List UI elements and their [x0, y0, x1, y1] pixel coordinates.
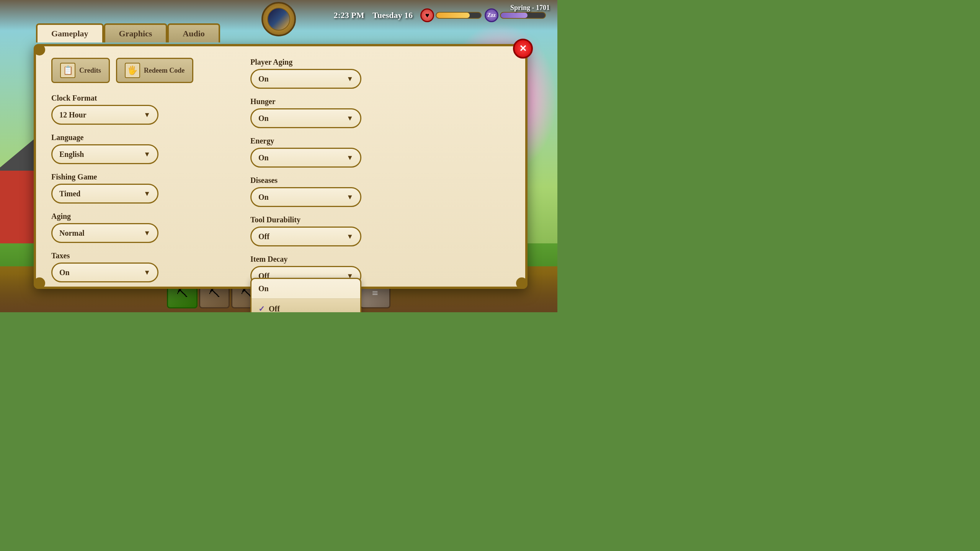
tool-durability-label: Tool Durability — [250, 215, 510, 224]
item-decay-off-label: Off — [269, 305, 280, 313]
item-decay-option-off[interactable]: ✓ Off — [252, 299, 360, 312]
hunger-label: Hunger — [250, 97, 510, 106]
player-aging-dropdown[interactable]: On ▼ — [250, 69, 361, 89]
clock-format-row: Clock Format 12 Hour ▼ — [51, 94, 235, 125]
fishing-game-dropdown[interactable]: Timed ▼ — [51, 184, 158, 204]
energy-label: Energy — [250, 137, 510, 145]
item-decay-popup: On ✓ Off — [250, 278, 361, 312]
tab-audio[interactable]: Audio — [167, 23, 220, 42]
player-aging-arrow: ▼ — [346, 75, 353, 83]
clock-format-arrow: ▼ — [144, 111, 150, 119]
energy-arrow: ▼ — [346, 154, 353, 162]
energy-value: On — [258, 153, 269, 162]
credits-label: Credits — [79, 67, 101, 75]
aging-value: Normal — [59, 229, 85, 238]
language-arrow: ▼ — [144, 150, 150, 158]
player-aging-value: On — [258, 75, 269, 83]
hunger-row: Hunger On ▼ — [250, 97, 510, 128]
hud-clock-face — [267, 8, 290, 31]
hud-time: 2:23 PM Tuesday 16 — [333, 10, 413, 20]
health-fill — [436, 13, 470, 18]
hunger-value: On — [258, 114, 269, 123]
energy-row: Energy On ▼ — [250, 137, 510, 168]
tool-durability-row: Tool Durability Off ▼ — [250, 215, 510, 246]
checkmark-icon: ✓ — [258, 304, 265, 312]
item-decay-label: Item Decay — [250, 255, 510, 264]
redeem-label: Redeem Code — [144, 67, 185, 75]
hud-season: Spring - 1701 — [510, 4, 550, 12]
hud-clock — [261, 2, 296, 36]
tool-durability-arrow: ▼ — [346, 233, 353, 241]
language-label: Language — [51, 133, 235, 142]
taxes-label: Taxes — [51, 251, 235, 260]
aging-label: Aging — [51, 212, 235, 221]
credits-button[interactable]: 📋 Credits — [51, 58, 110, 83]
health-bar-group: ♥ — [420, 8, 482, 22]
tool-durability-dropdown[interactable]: Off ▼ — [250, 227, 361, 246]
clock-format-label: Clock Format — [51, 94, 235, 103]
settings-content: 📋 Credits 🖐 Redeem Code Clock Format 12 … — [51, 58, 510, 275]
sleep-fill — [501, 13, 528, 18]
item-decay-on-label: On — [258, 284, 269, 293]
aging-dropdown[interactable]: Normal ▼ — [51, 223, 158, 243]
credits-icon: 📋 — [60, 63, 75, 78]
aging-arrow: ▼ — [144, 229, 150, 237]
close-button[interactable]: ✕ — [513, 39, 533, 59]
item-decay-row: Item Decay Off ▼ On ✓ Off — [250, 255, 510, 286]
heart-icon: ♥ — [420, 8, 434, 22]
tool-durability-value: Off — [258, 232, 270, 241]
language-value: English — [59, 150, 84, 159]
taxes-dropdown[interactable]: On ▼ — [51, 262, 158, 282]
settings-right: Player Aging On ▼ Hunger On ▼ Energy On — [250, 58, 510, 275]
fishing-game-arrow: ▼ — [144, 190, 150, 198]
redeem-icon: 🖐 — [125, 63, 140, 78]
energy-dropdown[interactable]: On ▼ — [250, 148, 361, 168]
diseases-value: On — [258, 193, 269, 202]
settings-left: 📋 Credits 🖐 Redeem Code Clock Format 12 … — [51, 58, 235, 275]
hunger-dropdown[interactable]: On ▼ — [250, 108, 361, 128]
diseases-dropdown[interactable]: On ▼ — [250, 187, 361, 207]
health-bar — [436, 12, 482, 19]
action-row: 📋 Credits 🖐 Redeem Code — [51, 58, 235, 83]
diseases-row: Diseases On ▼ — [250, 176, 510, 207]
hunger-arrow: ▼ — [346, 114, 353, 122]
fishing-game-label: Fishing Game — [51, 173, 235, 181]
sleep-icon: Zzz — [485, 8, 498, 22]
fishing-game-value: Timed — [59, 189, 80, 198]
tab-gameplay[interactable]: Gameplay — [36, 23, 104, 42]
sleep-bar — [500, 12, 546, 19]
player-aging-label: Player Aging — [250, 58, 510, 67]
diseases-arrow: ▼ — [346, 193, 353, 201]
diseases-label: Diseases — [250, 176, 510, 185]
fishing-game-row: Fishing Game Timed ▼ — [51, 173, 235, 204]
player-aging-row: Player Aging On ▼ — [250, 58, 510, 89]
corner-deco-tl — [34, 44, 45, 55]
redeem-code-button[interactable]: 🖐 Redeem Code — [116, 58, 193, 83]
settings-panel: Gameplay Graphics Audio ✕ 📋 Credits 🖐 Re… — [34, 44, 528, 289]
language-dropdown[interactable]: English ▼ — [51, 144, 158, 164]
corner-deco-bl — [34, 277, 45, 289]
clock-format-dropdown[interactable]: 12 Hour ▼ — [51, 105, 158, 125]
taxes-row: Taxes On ▼ — [51, 251, 235, 282]
item-decay-option-on[interactable]: On — [252, 279, 360, 299]
language-row: Language English ▼ — [51, 133, 235, 164]
tab-bar: Gameplay Graphics Audio — [36, 23, 220, 42]
taxes-arrow: ▼ — [144, 269, 150, 277]
taxes-value: On — [59, 268, 70, 277]
aging-row: Aging Normal ▼ — [51, 212, 235, 243]
corner-deco-br — [516, 277, 528, 289]
tab-graphics[interactable]: Graphics — [104, 23, 168, 42]
clock-format-value: 12 Hour — [59, 111, 87, 119]
